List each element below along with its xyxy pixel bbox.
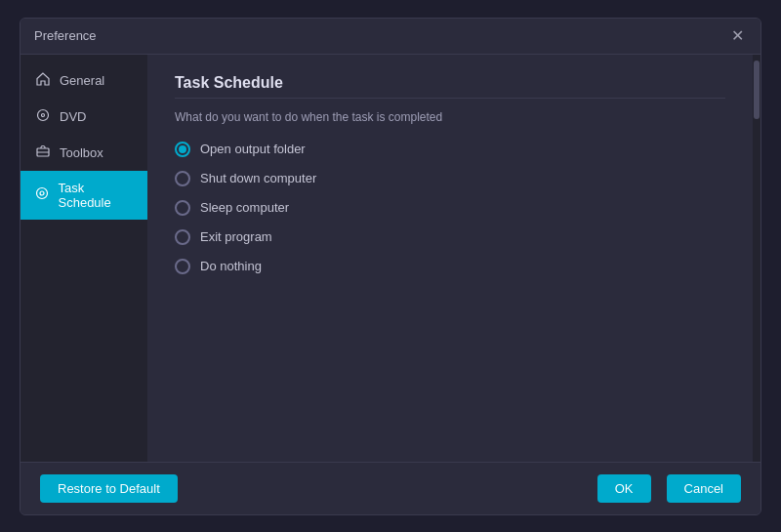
- radio-label-open-output: Open output folder: [200, 142, 306, 156]
- scrollbar-thumb[interactable]: [754, 61, 760, 119]
- dvd-icon: [34, 108, 52, 125]
- cancel-button[interactable]: Cancel: [667, 474, 741, 503]
- scrollbar: [753, 55, 760, 462]
- radio-label-shut-down: Shut down computer: [200, 171, 316, 185]
- svg-point-0: [38, 109, 49, 120]
- sidebar-label-toolbox: Toolbox: [60, 145, 103, 160]
- home-icon: [34, 72, 52, 89]
- sidebar-label-task-schedule: Task Schedule: [59, 181, 135, 210]
- preference-dialog: Preference ✕ General: [20, 18, 761, 515]
- sidebar-item-dvd[interactable]: DVD: [21, 99, 147, 135]
- footer-right-buttons: OK Cancel: [597, 474, 741, 503]
- radio-circle-exit: [175, 229, 190, 245]
- section-title: Task Schedule: [175, 74, 725, 92]
- radio-shut-down[interactable]: Shut down computer: [175, 171, 725, 186]
- title-bar: Preference ✕: [21, 19, 760, 55]
- sidebar-label-dvd: DVD: [60, 109, 86, 124]
- sidebar-item-toolbox[interactable]: Toolbox: [21, 135, 147, 171]
- footer: Restore to Default OK Cancel: [21, 462, 760, 514]
- radio-circle-do-nothing: [175, 259, 190, 274]
- svg-point-4: [37, 188, 48, 199]
- radio-label-sleep: Sleep computer: [200, 200, 289, 215]
- dialog-title: Preference: [34, 28, 97, 43]
- radio-circle-shut-down: [175, 171, 190, 186]
- radio-group: Open output folder Shut down computer Sl…: [175, 142, 725, 274]
- main-panel: Task Schedule What do you want to do whe…: [147, 55, 753, 462]
- close-button[interactable]: ✕: [727, 26, 747, 46]
- radio-sleep[interactable]: Sleep computer: [175, 200, 725, 216]
- toolbox-icon: [34, 144, 52, 161]
- dialog-content: General DVD: [21, 55, 760, 462]
- radio-do-nothing[interactable]: Do nothing: [175, 259, 725, 274]
- sidebar-item-general[interactable]: General: [21, 62, 147, 99]
- svg-point-1: [42, 113, 45, 116]
- radio-label-exit: Exit program: [200, 229, 272, 244]
- radio-circle-open-output: [175, 142, 190, 157]
- radio-label-do-nothing: Do nothing: [200, 259, 262, 273]
- radio-exit[interactable]: Exit program: [175, 229, 725, 245]
- sidebar-item-task-schedule[interactable]: Task Schedule: [21, 171, 147, 220]
- sidebar-label-general: General: [60, 73, 104, 88]
- task-schedule-icon: [34, 186, 51, 203]
- svg-point-5: [40, 191, 44, 195]
- ok-button[interactable]: OK: [597, 474, 651, 503]
- section-divider: [175, 98, 725, 99]
- radio-circle-sleep: [175, 200, 190, 216]
- section-subtitle: What do you want to do when the task is …: [175, 110, 725, 124]
- restore-default-button[interactable]: Restore to Default: [40, 474, 178, 503]
- radio-open-output[interactable]: Open output folder: [175, 142, 725, 157]
- sidebar: General DVD: [21, 55, 147, 462]
